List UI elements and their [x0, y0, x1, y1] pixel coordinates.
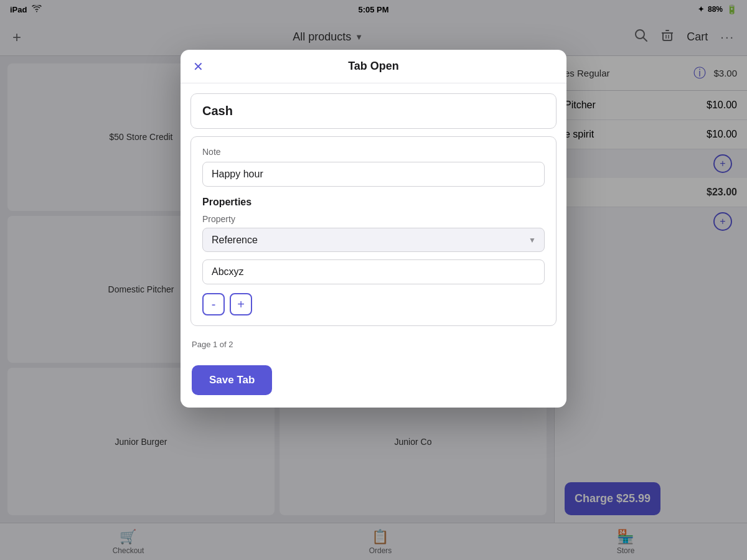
form-section: Note Properties Property Reference Name …	[190, 136, 557, 326]
property-label: Property	[202, 214, 545, 224]
add-property-button[interactable]: +	[230, 293, 252, 315]
property-select-wrapper: Reference Name Phone Email ▼	[202, 228, 545, 252]
note-input[interactable]	[202, 162, 545, 187]
modal-close-button[interactable]: ✕	[190, 57, 206, 77]
save-tab-button[interactable]: Save Tab	[192, 365, 272, 395]
note-label: Note	[202, 147, 545, 157]
modal-footer: Save Tab	[181, 355, 566, 408]
property-buttons-row: - +	[202, 293, 545, 315]
page-indicator: Page 1 of 2	[181, 334, 566, 355]
modal-header: ✕ Tab Open	[181, 50, 566, 83]
modal-overlay: ✕ Tab Open Cash Note Properties Property…	[0, 0, 747, 560]
modal-body: Cash Note Properties Property Reference …	[181, 83, 566, 355]
property-select[interactable]: Reference Name Phone Email	[202, 228, 545, 252]
property-value-input[interactable]	[202, 259, 545, 284]
payment-method-label: Cash	[191, 94, 556, 128]
tab-open-modal: ✕ Tab Open Cash Note Properties Property…	[181, 50, 566, 408]
modal-title: Tab Open	[348, 60, 399, 73]
remove-property-button[interactable]: -	[202, 293, 225, 315]
payment-method-section: Cash	[190, 93, 557, 129]
properties-heading: Properties	[202, 197, 545, 208]
